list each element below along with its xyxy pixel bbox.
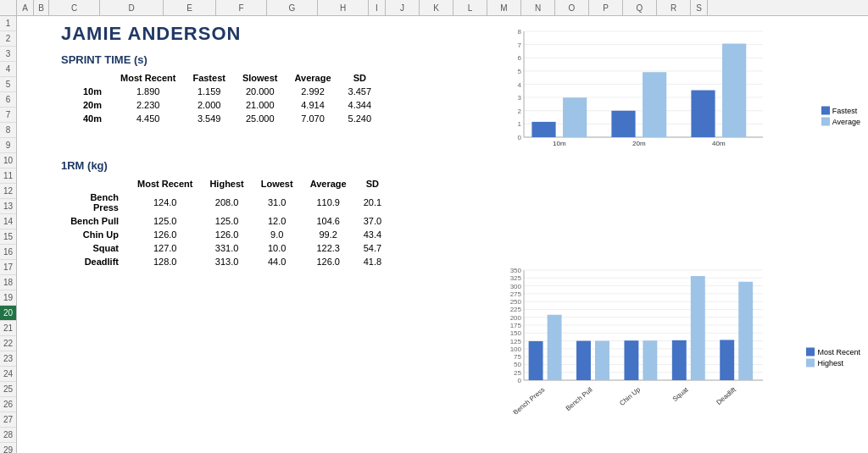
row-header-23: 23 bbox=[0, 351, 16, 367]
rm-section: 1RM (kg) Most Recent Highest Lowest Aver… bbox=[61, 159, 390, 268]
sprint-sd: 3.457 bbox=[340, 85, 381, 98]
rm-lowest: 12.0 bbox=[253, 214, 302, 228]
rm-chart: 0255075100125150175200225250275300325350… bbox=[500, 262, 865, 452]
row-header-7: 7 bbox=[0, 108, 16, 123]
rm-row-label: Chin Up bbox=[61, 228, 129, 241]
rm-most-recent: 128.0 bbox=[129, 255, 201, 268]
svg-text:40m: 40m bbox=[712, 140, 726, 147]
rm-highest: 313.0 bbox=[201, 255, 252, 268]
rm-highest: 126.0 bbox=[201, 228, 252, 241]
rm-header-most-recent: Most Recent bbox=[129, 177, 201, 191]
rm-sd: 41.8 bbox=[355, 255, 390, 268]
svg-text:175: 175 bbox=[510, 322, 522, 329]
sprint-chart: 01234567810m20m40m FastestAverage bbox=[500, 23, 865, 209]
row-header-15: 15 bbox=[0, 229, 16, 245]
rm-lowest: 10.0 bbox=[253, 241, 302, 255]
row-header-18: 18 bbox=[0, 275, 16, 290]
rm-chart-area: 0255075100125150175200225250275300325350… bbox=[500, 262, 865, 452]
rm-average: 104.6 bbox=[302, 214, 355, 228]
sprint-chart-area: 01234567810m20m40m FastestAverage bbox=[500, 23, 865, 209]
col-header-f: F bbox=[216, 0, 267, 15]
rm-row-label: Bench Press bbox=[61, 191, 129, 214]
row-header-26: 26 bbox=[0, 397, 16, 412]
sheet-body: 1234567891011121314151617181920212223242… bbox=[0, 16, 868, 453]
col-header-e: E bbox=[164, 0, 216, 15]
legend-swatch bbox=[821, 118, 830, 126]
col-header-m: M bbox=[487, 0, 521, 15]
sprint-header-fastest: Fastest bbox=[184, 71, 234, 85]
rm-row-label: Bench Pull bbox=[61, 214, 129, 228]
sprint-row-label: 20m bbox=[61, 98, 112, 112]
sprint-legend: FastestAverage bbox=[821, 107, 860, 126]
row-header-19: 19 bbox=[0, 290, 16, 306]
col-header-k: K bbox=[420, 0, 453, 15]
legend-label: Most Recent bbox=[817, 347, 860, 356]
row-header-21: 21 bbox=[0, 321, 16, 336]
rm-row-label: Squat bbox=[61, 241, 129, 255]
rm-sd: 37.0 bbox=[355, 214, 390, 228]
table-row: Chin Up 126.0 126.0 9.0 99.2 43.4 bbox=[61, 228, 390, 241]
sprint-header-most-recent: Most Recent bbox=[112, 71, 184, 85]
svg-text:100: 100 bbox=[510, 345, 522, 353]
sprint-most-recent: 1.890 bbox=[112, 85, 184, 98]
rm-lowest: 44.0 bbox=[253, 255, 302, 268]
table-row: Bench Pull 125.0 125.0 12.0 104.6 37.0 bbox=[61, 214, 390, 228]
svg-text:125: 125 bbox=[510, 338, 522, 345]
rm-most-recent: 127.0 bbox=[129, 241, 201, 255]
svg-text:2: 2 bbox=[518, 108, 522, 115]
row-header-3: 3 bbox=[0, 47, 16, 62]
rm-most-recent: 124.0 bbox=[129, 191, 201, 214]
row-header-10: 10 bbox=[0, 153, 16, 168]
col-header-c: C bbox=[49, 0, 100, 15]
svg-rect-27 bbox=[722, 44, 746, 137]
row-header-4: 4 bbox=[0, 62, 16, 77]
svg-rect-20 bbox=[531, 122, 555, 137]
rm-highest: 331.0 bbox=[201, 241, 252, 255]
sprint-slowest: 21.000 bbox=[234, 98, 287, 112]
svg-rect-70 bbox=[672, 340, 687, 380]
svg-rect-67 bbox=[624, 340, 638, 380]
svg-text:200: 200 bbox=[510, 314, 522, 322]
row-header-8: 8 bbox=[0, 123, 16, 138]
sprint-most-recent: 4.450 bbox=[112, 112, 184, 125]
svg-text:Chin Up: Chin Up bbox=[618, 385, 642, 407]
svg-text:Squat: Squat bbox=[671, 385, 690, 403]
rm-header-highest: Highest bbox=[201, 177, 252, 191]
rm-most-recent: 126.0 bbox=[129, 228, 201, 241]
svg-rect-62 bbox=[548, 315, 562, 380]
col-header-h: H bbox=[318, 0, 369, 15]
table-row: 20m 2.230 2.000 21.000 4.914 4.344 bbox=[61, 98, 380, 112]
svg-text:1: 1 bbox=[518, 120, 522, 128]
rm-highest: 125.0 bbox=[201, 214, 252, 228]
sprint-slowest: 25.000 bbox=[234, 112, 287, 125]
row-header-22: 22 bbox=[0, 336, 16, 351]
svg-text:75: 75 bbox=[514, 353, 521, 361]
rm-header-average: Average bbox=[302, 177, 355, 191]
svg-text:325: 325 bbox=[510, 274, 522, 282]
svg-rect-26 bbox=[691, 91, 715, 137]
svg-text:7: 7 bbox=[518, 41, 522, 49]
row-header-29: 29 bbox=[0, 443, 16, 453]
col-header-j: J bbox=[386, 0, 420, 15]
rm-average: 122.3 bbox=[302, 241, 355, 255]
svg-text:275: 275 bbox=[510, 290, 522, 298]
col-header-s: S bbox=[691, 0, 708, 15]
legend-swatch bbox=[821, 107, 830, 115]
rm-sd: 54.7 bbox=[355, 241, 390, 255]
legend-item: Most Recent bbox=[806, 347, 860, 356]
legend-label: Average bbox=[832, 118, 860, 126]
col-header-q: Q bbox=[623, 0, 657, 15]
svg-text:350: 350 bbox=[510, 267, 522, 274]
svg-rect-68 bbox=[643, 340, 657, 380]
row-header-2: 2 bbox=[0, 31, 16, 47]
table-row: Squat 127.0 331.0 10.0 122.3 54.7 bbox=[61, 241, 390, 255]
sprint-section-title: SPRINT TIME (s) bbox=[61, 53, 390, 66]
rm-section-title: 1RM (kg) bbox=[61, 159, 390, 172]
rm-average: 110.9 bbox=[302, 191, 355, 214]
sprint-fastest: 2.000 bbox=[184, 98, 234, 112]
table-row: 10m 1.890 1.159 20.000 2.992 3.457 bbox=[61, 85, 380, 98]
rm-highest: 208.0 bbox=[201, 191, 252, 214]
spreadsheet: ABCDEFGHIJKLMNOPQRS 12345678910111213141… bbox=[0, 0, 868, 453]
svg-text:6: 6 bbox=[518, 54, 522, 62]
col-header-r: R bbox=[657, 0, 691, 15]
